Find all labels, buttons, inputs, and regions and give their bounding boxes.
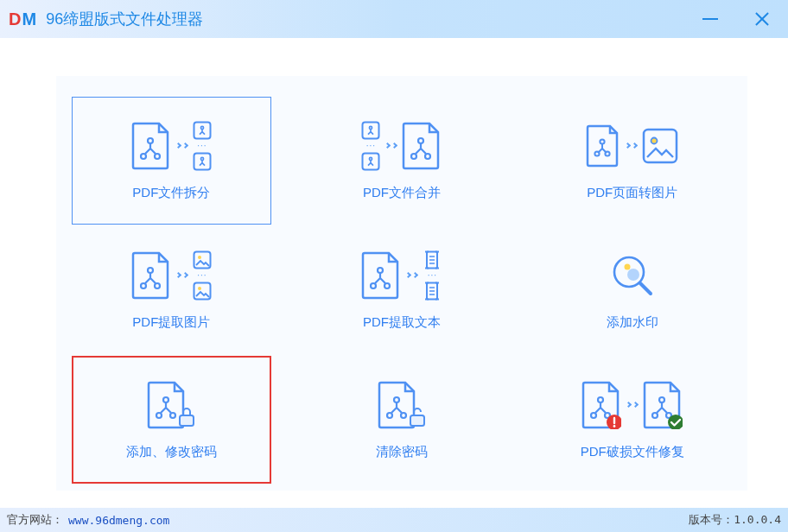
svg-point-13 [425,154,430,159]
svg-point-14 [601,139,605,143]
tool-pdf-extract-text[interactable]: ··· PDF提取文本 [287,223,518,352]
to-image-icon [586,116,678,176]
tool-label: PDF文件拆分 [132,185,210,201]
svg-point-32 [624,263,630,269]
app-title: 96缔盟版式文件处理器 [46,9,203,29]
svg-point-47 [659,397,664,402]
svg-point-33 [627,269,639,281]
split-icon: ··· [131,116,212,176]
svg-point-35 [156,413,162,418]
svg-point-10 [370,157,372,160]
tool-pdf-split[interactable]: ··· PDF文件拆分 [56,93,287,223]
svg-point-23 [198,256,201,259]
minimize-icon [702,18,718,20]
tool-grid: ··· PDF文件拆分 ··· [56,76,747,482]
arrow-icon [626,402,638,407]
tool-label: PDF提取图片 [132,314,210,331]
tool-label: PDF破损文件修复 [581,444,684,460]
tool-label: PDF提取文本 [363,314,441,331]
repair-icon [581,375,683,435]
svg-point-43 [591,413,596,418]
svg-point-1 [141,154,146,159]
tool-add-password[interactable]: 添加、修改密码 [56,352,287,482]
close-button[interactable] [736,0,788,38]
arrow-icon [626,143,637,148]
svg-point-18 [651,137,658,143]
mini-pdf-stack-icon: ··· [361,121,380,171]
svg-point-19 [148,268,153,273]
svg-point-4 [200,126,203,129]
site-label: 官方网站： [7,512,63,528]
svg-point-36 [170,413,175,418]
svg-point-26 [378,268,383,273]
window-controls [684,0,788,38]
mini-text-stack-icon: ··· [423,250,442,301]
arrow-icon [176,273,187,277]
svg-point-27 [371,283,376,288]
svg-point-25 [198,287,201,290]
extract-image-icon: ··· [131,245,212,306]
main-panel: ··· PDF文件拆分 ··· [56,76,747,491]
svg-rect-17 [644,130,677,162]
logo-letter-m: M [22,10,37,28]
svg-point-48 [652,413,658,418]
tool-label: PDF文件合并 [363,185,441,201]
add-password-icon [145,375,197,435]
svg-point-34 [163,397,168,402]
version-number: 1.0.0.4 [734,513,781,526]
svg-point-8 [370,126,372,129]
tool-label: 清除密码 [376,444,428,460]
svg-point-38 [394,397,399,402]
tool-pdf-to-image[interactable]: PDF页面转图片 [517,93,747,223]
tool-label: PDF页面转图片 [587,185,677,201]
svg-point-46 [613,425,616,428]
tool-pdf-merge[interactable]: ··· PDF文件合并 [287,93,518,223]
tool-pdf-repair[interactable]: PDF破损文件修复 [517,352,747,482]
extract-text-icon: ··· [361,245,442,306]
tool-label: 添加、修改密码 [126,444,217,460]
close-icon [754,11,770,27]
mini-image-stack-icon: ··· [193,250,212,301]
svg-point-39 [387,413,392,418]
logo-letter-d: D [9,10,22,28]
svg-point-11 [418,138,423,143]
svg-point-40 [401,413,406,418]
svg-point-28 [384,283,390,288]
tool-pdf-extract-image[interactable]: ··· PDF提取图片 [56,223,287,352]
svg-point-12 [411,154,416,159]
svg-rect-41 [410,415,424,426]
status-bar: 官方网站： www.96dmeng.com 版本号：1.0.0.4 [0,508,788,532]
merge-icon: ··· [361,116,442,176]
svg-point-2 [155,154,160,159]
arrow-icon [176,143,187,148]
svg-point-0 [148,138,153,143]
svg-point-6 [200,157,203,160]
version-label: 版本号： [689,513,734,526]
tool-watermark[interactable]: 添加水印 [517,223,747,352]
version-info: 版本号：1.0.0.4 [689,512,781,528]
arrow-icon [406,273,417,277]
title-bar: DM 96缔盟版式文件处理器 [0,0,788,38]
tool-clear-password[interactable]: 清除密码 [287,352,518,482]
svg-point-20 [141,283,146,288]
minimize-button[interactable] [684,0,736,38]
svg-rect-37 [180,415,194,426]
svg-point-21 [155,283,160,288]
app-logo: DM [9,10,37,29]
arrow-icon [385,143,397,148]
svg-point-42 [598,397,603,402]
site-link[interactable]: www.96dmeng.com [68,514,169,527]
clear-password-icon [376,375,428,435]
mini-pdf-stack-icon: ··· [193,121,212,171]
watermark-icon [608,245,657,306]
tool-label: 添加水印 [607,314,658,331]
